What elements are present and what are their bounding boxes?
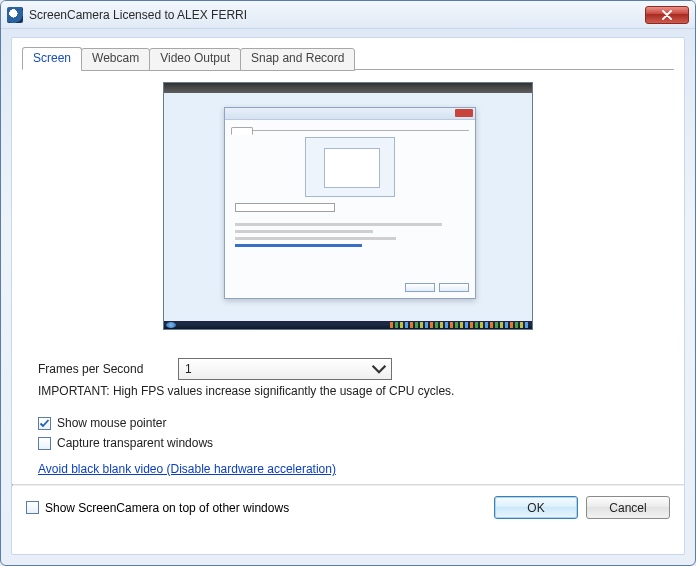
show-mouse-pointer-checkbox[interactable] [38,417,51,430]
window-title: ScreenCamera Licensed to ALEX FERRI [29,8,645,22]
tabstrip: Screen Webcam Video Output Snap and Reco… [12,38,684,69]
capture-transparent-label: Capture transparent windows [57,436,213,450]
preview-taskbar [164,321,532,329]
tab-webcam[interactable]: Webcam [81,48,150,71]
show-on-top-checkbox[interactable] [26,501,39,514]
app-icon [7,7,23,23]
preview-inner-select [235,203,335,212]
titlebar[interactable]: ScreenCamera Licensed to ALEX FERRI [1,1,695,29]
preview-inner-lines [235,223,465,247]
tab-label: Screen [33,51,71,65]
tab-label: Webcam [92,51,139,65]
ok-button-label: OK [527,501,544,515]
cancel-button-label: Cancel [609,501,646,515]
preview-inner-titlebar [225,108,475,120]
tab-label: Snap and Record [251,51,344,65]
capture-transparent-checkbox[interactable] [38,437,51,450]
ok-button[interactable]: OK [494,496,578,519]
tab-snap-and-record[interactable]: Snap and Record [240,48,355,71]
client-area: Screen Webcam Video Output Snap and Reco… [11,37,685,555]
fps-label: Frames per Second [38,362,178,376]
dialog-window: ScreenCamera Licensed to ALEX FERRI Scre… [0,0,696,566]
preview-inner-tabs [231,123,469,131]
dialog-footer: Show ScreenCamera on top of other window… [12,486,684,529]
fps-select[interactable]: 1 [178,358,392,380]
tab-body-screen: Frames per Second 1 IMPORTANT: High FPS … [12,70,684,484]
tab-screen[interactable]: Screen [22,47,82,70]
preview-inner-thumb [305,137,395,197]
chevron-down-icon [371,361,387,377]
fps-important-note: IMPORTANT: High FPS values increase sign… [38,384,658,398]
show-mouse-pointer-label: Show mouse pointer [57,416,166,430]
tab-video-output[interactable]: Video Output [149,48,241,71]
preview-tray-icons [390,322,530,328]
preview-inner-window [224,107,476,299]
preview-inner-buttons [405,283,469,292]
show-on-top-label: Show ScreenCamera on top of other window… [45,501,289,515]
close-icon [662,10,672,20]
cancel-button[interactable]: Cancel [586,496,670,519]
screen-preview [163,82,533,330]
tab-label: Video Output [160,51,230,65]
close-button[interactable] [645,6,689,24]
disable-hw-accel-link[interactable]: Avoid black blank video (Disable hardwar… [38,462,336,476]
fps-value: 1 [185,362,192,376]
preview-top-frame [164,83,532,93]
screen-preview-wrap [38,82,658,330]
check-icon [39,418,50,429]
screen-form: Frames per Second 1 IMPORTANT: High FPS … [38,358,658,476]
